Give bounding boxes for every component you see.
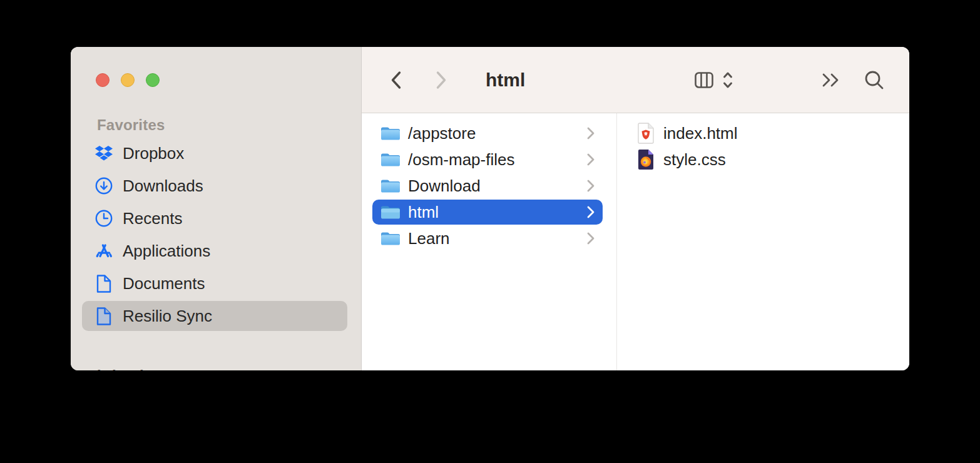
toolbar: html: [362, 47, 909, 113]
chevron-right-icon: [586, 180, 595, 192]
column-browser: /appstore /osm-map-files: [362, 113, 909, 370]
sidebar-item-label: Resilio Sync: [123, 307, 212, 326]
favorites-section-header: Favorites: [97, 116, 361, 135]
sidebar-item-label: Downloads: [123, 176, 203, 196]
brave-html-file-icon: [636, 124, 656, 143]
folder-row-osm-map-files[interactable]: /osm-map-files: [372, 147, 603, 172]
sidebar: Favorites Dropbox: [71, 47, 361, 370]
download-circle-icon: [94, 176, 114, 196]
folder-name: /osm-map-files: [408, 150, 586, 170]
document-icon: [94, 273, 114, 293]
app-store-icon: [94, 241, 114, 261]
zoom-button[interactable]: [146, 73, 160, 87]
column-view-button[interactable]: [695, 72, 713, 88]
chevron-right-icon: [586, 232, 595, 245]
sidebar-content: Favorites Dropbox: [71, 116, 361, 370]
sidebar-item-label: Recents: [123, 209, 182, 228]
browser-column-1: /appstore /osm-map-files: [362, 113, 617, 370]
file-row-style-css[interactable]: style.css: [628, 147, 891, 172]
chevron-left-icon: [390, 71, 402, 89]
firefox-css-file-icon: [636, 150, 656, 169]
document-tinted-icon: [94, 306, 114, 326]
folder-row-download[interactable]: Download: [372, 173, 603, 198]
sidebar-item-resilio-sync[interactable]: Resilio Sync: [82, 301, 347, 331]
chevron-right-icon: [586, 153, 595, 166]
sidebar-item-applications[interactable]: Applications: [82, 236, 347, 266]
folder-icon: [380, 124, 401, 143]
sidebar-item-label: Documents: [123, 274, 205, 293]
folder-icon: [380, 150, 401, 169]
sidebar-item-dropbox[interactable]: Dropbox: [82, 138, 347, 168]
dropbox-icon: [94, 143, 114, 163]
search-button[interactable]: [864, 47, 884, 113]
sidebar-item-label: Dropbox: [123, 144, 184, 163]
double-chevron-right-icon: [822, 72, 840, 88]
view-controls: [695, 47, 733, 113]
chevron-up-down-icon: [722, 71, 733, 89]
window-title: html: [486, 69, 525, 91]
chevron-right-icon: [586, 206, 595, 218]
sidebar-item-label: Applications: [123, 242, 210, 261]
folder-name: Learn: [408, 229, 586, 248]
back-button[interactable]: [382, 63, 411, 98]
file-name: style.css: [663, 150, 883, 170]
chevron-right-icon: [436, 71, 447, 89]
chevron-right-icon: [586, 127, 595, 140]
clock-icon: [94, 208, 114, 228]
browser-column-2: index.html style.css: [617, 113, 909, 370]
search-icon: [864, 70, 884, 90]
toolbar-overflow-button[interactable]: [822, 47, 840, 113]
sidebar-item-downloads[interactable]: Downloads: [82, 171, 347, 201]
clipped-next-section-header: iCloud: [97, 367, 144, 370]
column-view-icon: [695, 72, 713, 88]
folder-name: /appstore: [408, 124, 586, 143]
folder-row-learn[interactable]: Learn: [372, 226, 603, 251]
finder-window: Favorites Dropbox: [71, 47, 909, 370]
folder-row-appstore[interactable]: /appstore: [372, 121, 603, 146]
minimize-button[interactable]: [121, 73, 135, 87]
file-row-index-html[interactable]: index.html: [628, 121, 891, 146]
close-button[interactable]: [96, 73, 110, 87]
folder-icon: [380, 229, 401, 248]
folder-name: html: [408, 203, 586, 222]
forward-button[interactable]: [427, 63, 456, 98]
window-controls: [96, 73, 160, 87]
view-options-button[interactable]: [722, 71, 733, 89]
sidebar-item-recents[interactable]: Recents: [82, 203, 347, 233]
main-area: html: [361, 47, 909, 370]
file-name: index.html: [663, 124, 883, 143]
folder-icon: [380, 176, 401, 195]
folder-row-html[interactable]: html: [372, 200, 603, 225]
folder-name: Download: [408, 176, 586, 196]
sidebar-item-documents[interactable]: Documents: [82, 268, 347, 298]
folder-icon: [380, 203, 401, 221]
